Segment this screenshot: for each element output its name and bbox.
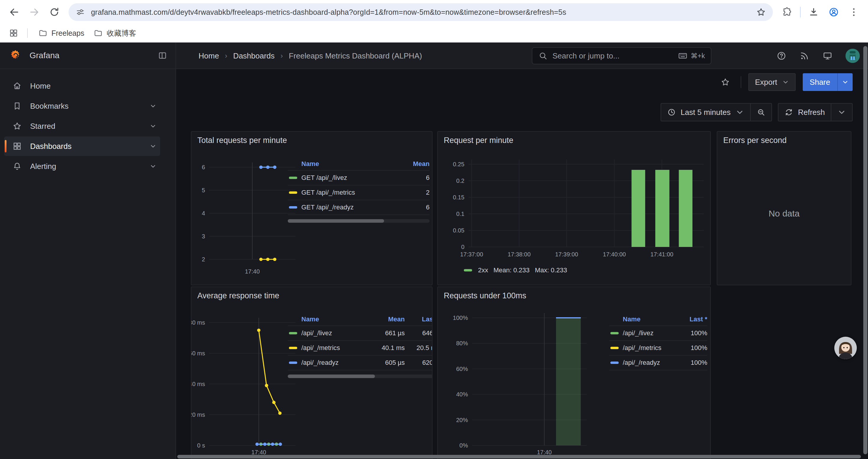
horizontal-scrollbar[interactable] <box>177 455 861 458</box>
breadcrumb-current: Freeleaps Metrics Dashboard (ALPHA) <box>289 52 422 61</box>
legend-row[interactable]: /api/_/readyz100% <box>609 355 707 370</box>
assistant-avatar[interactable] <box>834 337 857 359</box>
bell-icon <box>12 162 22 171</box>
forward-button[interactable] <box>25 3 44 22</box>
search-box[interactable]: ⌘+k <box>532 47 711 64</box>
sidebar-item-starred[interactable]: Starred <box>4 117 160 136</box>
series-mean: Mean: 0.233 <box>493 266 529 274</box>
svg-text:6: 6 <box>202 164 205 170</box>
time-controls: Last 5 minutes Refresh <box>176 100 868 124</box>
legend-header[interactable]: NameMean <box>288 158 430 170</box>
legend-row[interactable]: GET /api/_/metrics2 <box>288 185 430 200</box>
browser-toolbar: grafana.mathmast.com/d/deytv4rwavabkb/fr… <box>0 0 868 24</box>
export-button[interactable]: Export <box>748 73 795 91</box>
monitor-icon[interactable] <box>823 51 833 61</box>
chevron-down-icon <box>782 78 789 86</box>
reload-icon <box>49 7 60 18</box>
back-button[interactable] <box>5 3 24 22</box>
svg-text:40 ms: 40 ms <box>191 381 205 387</box>
sidebar-item-home[interactable]: Home <box>4 76 160 96</box>
legend-inline[interactable]: 2xx Mean: 0.233 Max: 0.233 <box>464 266 567 274</box>
svg-text:60%: 60% <box>456 366 468 372</box>
dock-sidebar-icon[interactable] <box>158 51 167 60</box>
zoom-out-button[interactable] <box>750 104 771 121</box>
legend-row[interactable]: /api/_/metrics40.1 ms20.5 r <box>288 340 433 355</box>
svg-text:3: 3 <box>202 233 205 239</box>
legend-row[interactable]: /api/_/livez100% <box>609 326 707 340</box>
series-max: Max: 0.233 <box>535 266 567 274</box>
legend-scrollbar[interactable] <box>288 374 433 378</box>
panel-title[interactable]: Request per minute <box>444 136 514 145</box>
svg-text:17:40:00: 17:40:00 <box>603 251 626 258</box>
time-range-picker[interactable]: Last 5 minutes <box>661 104 750 121</box>
star-icon <box>12 121 22 131</box>
sidebar-item-bookmarks[interactable]: Bookmarks <box>4 96 160 116</box>
sidebar-item-dashboards[interactable]: Dashboards <box>4 136 160 156</box>
legend-row[interactable]: /api/_/readyz605 µs620 <box>288 355 433 370</box>
extensions-button[interactable] <box>778 3 797 22</box>
chevron-down-icon <box>842 78 849 86</box>
panel-title[interactable]: Total requests per minute <box>197 136 287 145</box>
bookmark-folder-blogs[interactable]: 收藏博客 <box>89 27 141 40</box>
legend-header[interactable]: NameLast * <box>609 313 707 326</box>
legend-table: NameMeanGET /api/_/livez6GET /api/_/metr… <box>288 158 430 223</box>
svg-text:0 s: 0 s <box>197 442 205 449</box>
address-bar[interactable]: grafana.mathmast.com/d/deytv4rwavabkb/fr… <box>68 3 773 21</box>
breadcrumb: Home › Dashboards › Freeleaps Metrics Da… <box>198 42 422 69</box>
help-icon[interactable] <box>776 51 786 61</box>
user-avatar[interactable] <box>845 49 860 63</box>
apps-button[interactable] <box>6 25 21 41</box>
downloads-button[interactable] <box>804 3 823 22</box>
svg-text:17:40: 17:40 <box>537 449 552 455</box>
bar-chart[interactable]: 0.250.20.150.10.05017:37:0017:38:0017:39… <box>438 132 710 285</box>
breadcrumb-home[interactable]: Home <box>198 52 219 61</box>
profile-button[interactable] <box>824 3 843 22</box>
url-text[interactable]: grafana.mathmast.com/d/deytv4rwavabkb/fr… <box>91 8 753 17</box>
breadcrumb-dashboards[interactable]: Dashboards <box>233 52 275 61</box>
svg-text:20 ms: 20 ms <box>191 412 205 418</box>
legend-row[interactable]: /api/_/livez661 µs646 <box>288 326 433 340</box>
keyboard-icon <box>678 51 688 61</box>
top-header: Home › Dashboards › Freeleaps Metrics Da… <box>176 42 868 69</box>
legend-header[interactable]: NameMeanLas <box>288 313 433 326</box>
brand-label[interactable]: Grafana <box>30 51 150 60</box>
vertical-scrollbar[interactable] <box>863 46 867 454</box>
refresh-interval-dropdown[interactable] <box>831 104 852 121</box>
legend-row[interactable]: GET /api/_/readyz6 <box>288 200 430 215</box>
legend-row[interactable]: /api/_/metrics100% <box>609 340 707 355</box>
panel-title[interactable]: Requests under 100ms <box>444 291 526 300</box>
share-dropdown[interactable] <box>837 73 852 91</box>
series-label: 2xx <box>478 266 488 274</box>
bookmark-folder-freeleaps[interactable]: Freeleaps <box>34 27 89 39</box>
sidebar-nav: Home Bookmarks Starred Dashboards Alerti… <box>0 76 176 176</box>
panel-title[interactable]: Average response time <box>197 291 279 300</box>
sidebar-item-alerting[interactable]: Alerting <box>4 157 160 176</box>
zoom-out-icon <box>756 108 766 117</box>
girl-avatar-image <box>834 337 857 359</box>
search-input[interactable] <box>553 52 673 61</box>
bookmark-page-button[interactable] <box>753 4 769 21</box>
reload-button[interactable] <box>45 3 64 22</box>
time-range-group: Last 5 minutes <box>660 103 772 121</box>
favorite-dashboard-button[interactable] <box>717 74 734 90</box>
breadcrumb-separator: › <box>281 52 283 60</box>
svg-text:0.1: 0.1 <box>456 210 464 217</box>
svg-text:0: 0 <box>461 244 464 250</box>
browser-menu-button[interactable] <box>844 3 863 22</box>
svg-text:4: 4 <box>202 210 205 217</box>
svg-text:40%: 40% <box>456 391 468 398</box>
grafana-logo[interactable] <box>9 49 22 62</box>
legend-row[interactable]: GET /api/_/livez6 <box>288 170 430 185</box>
share-button[interactable]: Share <box>803 73 852 91</box>
refresh-button[interactable]: Refresh <box>778 104 831 121</box>
search-icon <box>538 51 548 61</box>
site-settings-icon[interactable] <box>75 7 85 17</box>
panel-title[interactable]: Errors per second <box>723 136 787 145</box>
svg-text:80 ms: 80 ms <box>191 319 205 326</box>
header-icons <box>776 42 860 69</box>
folder-icon <box>38 29 47 37</box>
legend-scrollbar[interactable] <box>288 219 430 223</box>
chevron-down-icon <box>150 102 157 109</box>
news-rss-icon[interactable] <box>800 51 809 61</box>
svg-text:17:38:00: 17:38:00 <box>507 251 531 258</box>
